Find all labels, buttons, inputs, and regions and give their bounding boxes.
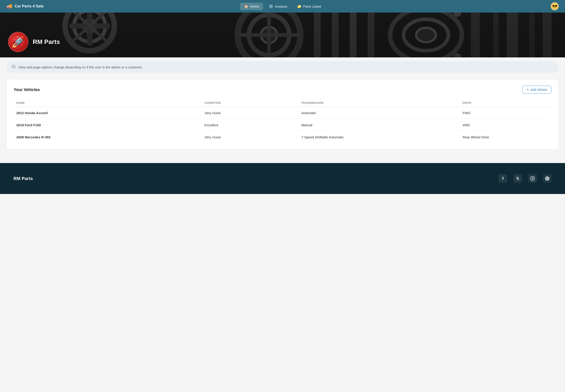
instagram-icon[interactable]	[528, 174, 537, 183]
col-header-drive: DRIVE	[460, 99, 551, 107]
main-content: Your Vehicles + Add Vehicle NAME CONDITI…	[0, 77, 565, 156]
nav-parts-listed[interactable]: 📁 Parts Listed	[293, 3, 325, 10]
vehicles-table-body: 2012 Honda AccordVery GoodAutomaticFWD20…	[14, 107, 551, 143]
table-header-row: NAME CONDITION TRANSMISSION DRIVE	[14, 99, 551, 107]
table-row[interactable]: 2008 Mercedes R-350Very Good7-Speed Shif…	[14, 131, 551, 143]
navbar: 🚚 Car Parts 4 Sale 🏠 Home ⚙️ Invoices 📁 …	[0, 0, 565, 13]
svg-point-35	[532, 178, 533, 179]
nav-center: 🏠 Home ⚙️ Invoices 📁 Parts Listed	[240, 3, 325, 10]
cell-condition: Very Good	[202, 131, 299, 143]
vehicles-card: Your Vehicles + Add Vehicle NAME CONDITI…	[6, 79, 559, 150]
hero-background	[0, 13, 565, 57]
hero-logo: 🚀	[8, 32, 28, 52]
hero-title: RM Parts	[33, 38, 60, 45]
vehicles-table: NAME CONDITION TRANSMISSION DRIVE 2012 H…	[14, 99, 551, 143]
card-header: Your Vehicles + Add Vehicle	[14, 86, 551, 94]
pinterest-icon[interactable]	[543, 174, 551, 183]
svg-point-36	[533, 177, 534, 178]
search-bar-text: View and page options change deoending o…	[18, 65, 143, 69]
col-header-condition: CONDITION	[202, 99, 299, 107]
hero-content: 🚀 RM Parts	[0, 27, 68, 57]
cell-drive: FWD	[460, 107, 551, 119]
col-header-transmission: TRANSMISSION	[299, 99, 460, 107]
add-vehicle-button[interactable]: + Add Vehicle	[523, 86, 551, 94]
nav-invoices-label: Invoices	[275, 4, 287, 8]
search-icon	[12, 65, 16, 70]
table-row[interactable]: 2019 Ford F150ExcellentManual4WD	[14, 119, 551, 131]
cell-transmission: 7-Speed Shiftable Automatic	[299, 131, 460, 143]
footer-social: f 𝕏	[499, 174, 551, 183]
card-title: Your Vehicles	[14, 87, 40, 92]
cell-transmission: Automatic	[299, 107, 460, 119]
search-bar[interactable]: View and page options change deoending o…	[6, 61, 559, 73]
svg-line-33	[14, 67, 15, 68]
cell-condition: Very Good	[202, 107, 299, 119]
table-header: NAME CONDITION TRANSMISSION DRIVE	[14, 99, 551, 107]
nav-home[interactable]: 🏠 Home	[240, 3, 263, 10]
nav-parts-listed-label: Parts Listed	[303, 4, 321, 8]
footer: RM Parts f 𝕏	[0, 163, 565, 194]
col-header-name: NAME	[14, 99, 202, 107]
svg-rect-34	[531, 177, 535, 181]
cell-transmission: Manual	[299, 119, 460, 131]
avatar[interactable]: 😎	[551, 2, 559, 10]
plus-icon: +	[527, 88, 529, 92]
facebook-icon[interactable]: f	[499, 174, 507, 183]
hero-banner: 🚀 RM Parts	[0, 13, 565, 57]
cell-condition: Excellent	[202, 119, 299, 131]
svg-rect-31	[0, 13, 565, 57]
add-vehicle-label: Add Vehicle	[530, 88, 547, 92]
brand-icon: 🚚	[6, 3, 12, 9]
nav-home-label: Home	[250, 4, 259, 8]
search-bar-wrapper: View and page options change deoending o…	[0, 57, 565, 77]
footer-brand: RM Parts	[14, 176, 33, 181]
cell-name: 2012 Honda Accord	[14, 107, 202, 119]
brand-name: Car Parts 4 Sale	[14, 4, 43, 9]
invoices-icon: ⚙️	[269, 4, 273, 9]
cell-drive: 4WD	[460, 119, 551, 131]
cell-name: 2008 Mercedes R-350	[14, 131, 202, 143]
twitter-x-icon[interactable]: 𝕏	[513, 174, 522, 183]
home-icon: 🏠	[244, 4, 248, 9]
cell-name: 2019 Ford F150	[14, 119, 202, 131]
cell-drive: Rear Wheel Drive	[460, 131, 551, 143]
table-row[interactable]: 2012 Honda AccordVery GoodAutomaticFWD	[14, 107, 551, 119]
hero-logo-emoji: 🚀	[11, 35, 25, 48]
nav-invoices[interactable]: ⚙️ Invoices	[265, 3, 291, 10]
parts-listed-icon: 📁	[297, 4, 302, 9]
